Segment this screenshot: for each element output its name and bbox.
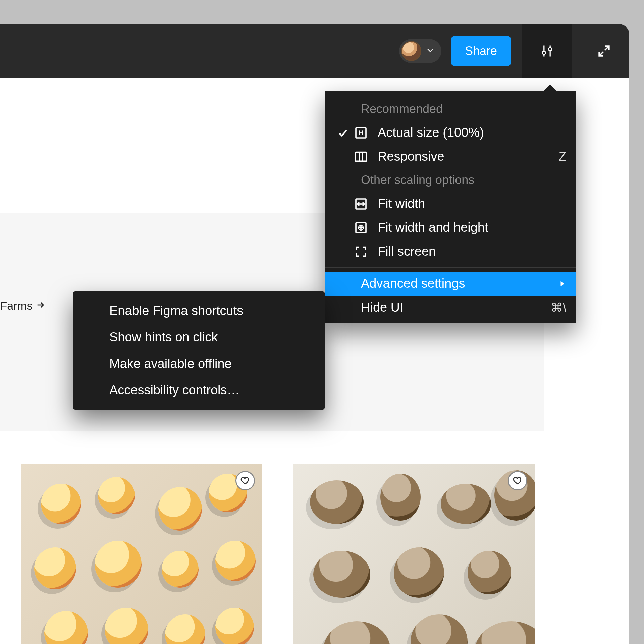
brand-heading: n xyxy=(0,239,2,289)
submenu-item-enable-shortcuts[interactable]: Enable Figma shortcuts xyxy=(73,298,325,324)
menu-label: Advanced settings xyxy=(361,276,558,291)
menu-shortcut: ⌘\ xyxy=(551,301,566,315)
menu-shortcut: Z xyxy=(559,150,566,164)
check-icon xyxy=(333,127,352,139)
menu-item-advanced-settings[interactable]: Advanced settings xyxy=(325,272,576,296)
menu-label: Hide UI xyxy=(361,300,551,315)
submenu-arrow-icon xyxy=(558,277,566,291)
menu-label: Actual size (100%) xyxy=(378,125,566,140)
submenu-item-show-hints[interactable]: Show hints on click xyxy=(73,324,325,351)
favorite-button[interactable] xyxy=(508,471,527,490)
breadcrumb[interactable]: nily Farms xyxy=(0,299,45,312)
user-avatar[interactable] xyxy=(401,41,421,61)
menu-item-hide-ui[interactable]: Hide UI ⌘\ xyxy=(325,296,576,319)
menu-item-fit-width-height[interactable]: Fit width and height xyxy=(325,216,576,239)
share-button[interactable]: Share xyxy=(451,36,511,66)
menu-item-fit-width[interactable]: Fit width xyxy=(325,192,576,216)
product-card-cherries[interactable] xyxy=(21,464,262,644)
menu-item-actual-size[interactable]: Actual size (100%) xyxy=(325,121,576,145)
menu-label: Fit width and height xyxy=(378,220,566,235)
menu-label: Fill screen xyxy=(378,244,566,259)
responsive-icon xyxy=(352,150,370,163)
view-options-menu: Recommended Actual size (100%) Responsiv… xyxy=(325,91,576,323)
fullscreen-button[interactable] xyxy=(579,24,629,78)
svg-point-1 xyxy=(542,51,546,55)
toolbar: Share xyxy=(0,24,629,78)
heart-icon xyxy=(240,476,250,486)
fit-width-icon xyxy=(352,197,370,211)
product-card-mushrooms[interactable] xyxy=(293,464,535,644)
menu-divider xyxy=(325,267,576,268)
view-options-button[interactable] xyxy=(522,24,572,78)
actual-size-icon xyxy=(352,126,370,140)
menu-item-fill-screen[interactable]: Fill screen xyxy=(325,239,576,263)
menu-section-recommended: Recommended xyxy=(325,97,576,121)
breadcrumb-text: nily Farms xyxy=(0,299,33,312)
advanced-settings-submenu: Enable Figma shortcuts Show hints on cli… xyxy=(73,291,325,410)
svg-marker-19 xyxy=(561,281,564,286)
product-cards xyxy=(21,464,535,644)
favorite-button[interactable] xyxy=(235,471,255,490)
menu-label: Fit width xyxy=(378,197,566,211)
fit-width-height-icon xyxy=(352,221,370,234)
svg-point-3 xyxy=(548,48,552,51)
fill-screen-icon xyxy=(352,245,370,258)
chevron-down-icon[interactable] xyxy=(425,45,435,57)
avatar-chip[interactable] xyxy=(399,39,441,63)
menu-section-other: Other scaling options xyxy=(325,168,576,192)
heart-icon xyxy=(513,476,522,486)
svg-rect-11 xyxy=(355,152,366,161)
submenu-item-make-offline[interactable]: Make available offline xyxy=(73,351,325,377)
arrow-right-icon xyxy=(36,299,45,312)
submenu-item-accessibility[interactable]: Accessibility controls… xyxy=(73,377,325,404)
menu-item-responsive[interactable]: Responsive Z xyxy=(325,145,576,168)
menu-label: Responsive xyxy=(378,149,559,164)
